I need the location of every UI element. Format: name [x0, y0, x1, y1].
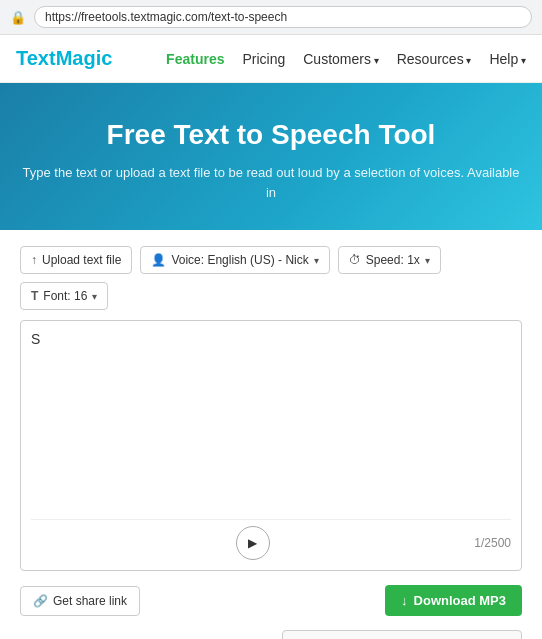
- action-row: 🔗 Get share link ↓ Download MP3: [20, 585, 522, 616]
- upload-icon: ↑: [31, 253, 37, 267]
- voice-label: Voice: English (US) - Nick: [171, 253, 308, 267]
- url-input[interactable]: https://freetools.textmagic.com/text-to-…: [34, 6, 532, 28]
- hero-subtitle: Type the text or upload a text file to b…: [20, 163, 522, 202]
- play-button[interactable]: ▶: [236, 526, 270, 560]
- upload-label: Upload text file: [42, 253, 121, 267]
- download-icon: ↓: [401, 593, 408, 608]
- share-label: Get share link: [53, 594, 127, 608]
- nav-resources[interactable]: Resources: [397, 51, 472, 67]
- nav-links: Features Pricing Customers Resources Hel…: [166, 51, 526, 67]
- tool-container: ↑ Upload text file 👤 Voice: English (US)…: [0, 230, 542, 639]
- share-button[interactable]: 🔗 Get share link: [20, 586, 140, 616]
- address-bar: 🔒 https://freetools.textmagic.com/text-t…: [0, 0, 542, 35]
- speed-chevron-icon: ▾: [425, 255, 430, 266]
- logo: TextMagic: [16, 47, 112, 70]
- font-label: Font: 16: [43, 289, 87, 303]
- download-button[interactable]: ↓ Download MP3: [385, 585, 522, 616]
- char-count: 1/2500: [474, 536, 511, 550]
- logo-text: Text: [16, 47, 56, 69]
- voice-selector[interactable]: 👤 Voice: English (US) - Nick ▾: [140, 246, 329, 274]
- font-chevron-icon: ▾: [92, 291, 97, 302]
- text-editor: S ▶ 1/2500: [20, 320, 522, 571]
- speed-selector[interactable]: ⏱ Speed: 1x ▾: [338, 246, 441, 274]
- nav-features[interactable]: Features: [166, 51, 224, 67]
- text-content[interactable]: S: [31, 331, 511, 511]
- font-icon: T: [31, 289, 38, 303]
- speed-icon: ⏱: [349, 253, 361, 267]
- font-selector[interactable]: T Font: 16 ▾: [20, 282, 108, 310]
- recaptcha-box: I'm not a robot ♻ reCAPTCHA Privacy - Te…: [282, 630, 522, 639]
- navbar: TextMagic Features Pricing Customers Res…: [0, 35, 542, 83]
- voice-icon: 👤: [151, 253, 166, 267]
- speed-label: Speed: 1x: [366, 253, 420, 267]
- play-icon: ▶: [248, 536, 257, 550]
- logo-accent: Magic: [56, 47, 113, 69]
- lock-icon: 🔒: [10, 10, 26, 25]
- share-link-icon: 🔗: [33, 594, 48, 608]
- nav-pricing[interactable]: Pricing: [242, 51, 285, 67]
- nav-customers[interactable]: Customers: [303, 51, 378, 67]
- recaptcha-section: I'm not a robot ♻ reCAPTCHA Privacy - Te…: [20, 630, 522, 639]
- toolbar: ↑ Upload text file 👤 Voice: English (US)…: [20, 246, 522, 310]
- download-label: Download MP3: [414, 593, 506, 608]
- nav-help[interactable]: Help: [489, 51, 526, 67]
- hero-section: Free Text to Speech Tool Type the text o…: [0, 83, 542, 230]
- hero-title: Free Text to Speech Tool: [20, 119, 522, 151]
- upload-button[interactable]: ↑ Upload text file: [20, 246, 132, 274]
- editor-footer: ▶ 1/2500: [31, 519, 511, 560]
- voice-chevron-icon: ▾: [314, 255, 319, 266]
